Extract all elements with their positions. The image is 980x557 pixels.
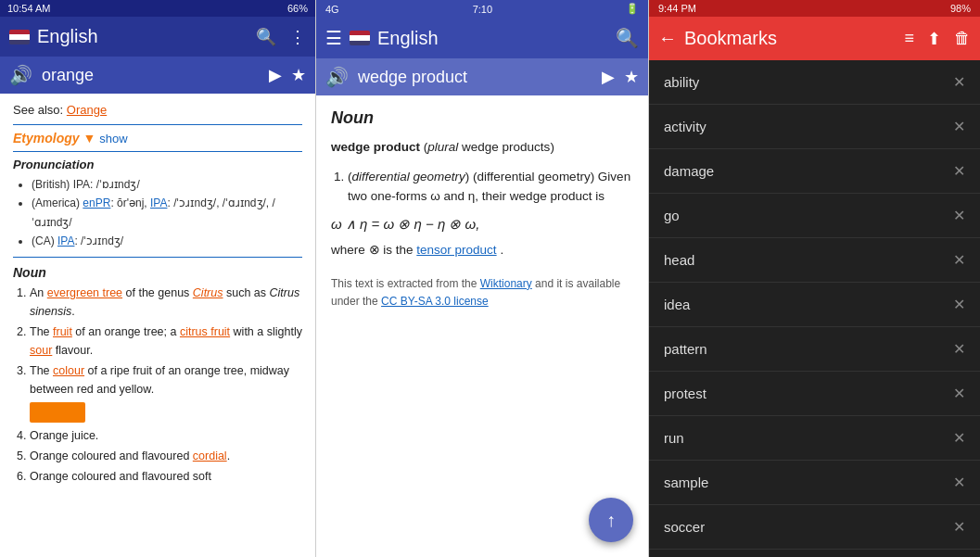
battery-panel1: 66% [287, 3, 308, 14]
header-icons-panel3: ≡ ⬆ 🗑 [904, 29, 971, 49]
see-also-link[interactable]: Orange [67, 103, 107, 117]
divider-1 [13, 124, 302, 125]
star-icon-panel2[interactable]: ★ [624, 67, 639, 87]
wiktionary-link[interactable]: Wiktionary [480, 277, 532, 290]
list-item[interactable]: go ✕ [649, 194, 980, 238]
share-fab[interactable]: ↑ [589, 498, 633, 542]
list-item[interactable]: ability ✕ [649, 60, 980, 105]
bookmark-word: head [664, 252, 694, 268]
link-colour[interactable]: colour [53, 364, 84, 377]
link-cordial[interactable]: cordial [193, 449, 227, 462]
tensor-product-link[interactable]: tensor product [416, 243, 496, 257]
formula-panel2: ω ∧ η = ω ⊗ η − η ⊗ ω, [331, 216, 633, 233]
close-icon[interactable]: ✕ [953, 207, 965, 224]
search-icon-panel2[interactable]: 🔍 [616, 27, 639, 49]
title-panel2: English [377, 28, 608, 49]
close-icon[interactable]: ✕ [953, 429, 965, 447]
etymology-arrow: ▼ [83, 131, 95, 146]
close-icon[interactable]: ✕ [953, 118, 965, 135]
def-plural-word: wedge products [462, 140, 550, 154]
list-item[interactable]: activity ✕ [649, 105, 980, 149]
list-item[interactable]: idea ✕ [649, 283, 980, 327]
wedge-def-list: (differential geometry) (differential ge… [331, 167, 633, 207]
noun-label-panel1: Noun [13, 265, 302, 280]
word-bar-panel2: 🔊 wedge product ▶ ★ [316, 58, 648, 95]
menu-icon-panel2[interactable]: ☰ [325, 27, 342, 49]
def-plural-label: plural [427, 140, 458, 154]
noun-item-1: An evergreen tree of the genus Citrus su… [30, 284, 302, 321]
sort-icon-panel3[interactable]: ≡ [904, 29, 914, 49]
list-item[interactable]: protest ✕ [649, 372, 980, 416]
close-icon[interactable]: ✕ [953, 518, 965, 536]
bookmark-word: idea [664, 297, 690, 312]
license-link[interactable]: CC BY-SA 3.0 license [381, 295, 489, 308]
definition-panel2: wedge product (plural wedge products) [331, 137, 633, 158]
see-also-label: See also: [13, 103, 63, 117]
delete-icon-panel3[interactable]: 🗑 [954, 29, 971, 49]
volume-icon-panel2[interactable]: 🔊 [325, 66, 349, 88]
content-panel1: See also: Orange Etymology ▼ show Pronun… [0, 94, 315, 557]
status-bar-panel2: 4G 7:10 🔋 [316, 0, 648, 18]
bookmark-word: protest [664, 386, 706, 401]
close-icon[interactable]: ✕ [953, 296, 965, 313]
link-citrus-fruit[interactable]: citrus fruit [180, 325, 230, 338]
more-icon-panel1[interactable]: ⋮ [289, 27, 306, 47]
bookmark-word: run [664, 430, 684, 446]
bookmark-word: activity [664, 119, 706, 134]
time-panel2: 7:10 [473, 4, 492, 15]
link-sour[interactable]: sour [30, 344, 52, 357]
time-panel1: 10:54 AM [7, 3, 50, 14]
link-citrus[interactable]: Citrus [193, 286, 223, 299]
list-item[interactable]: run ✕ [649, 416, 980, 461]
list-item[interactable]: sample ✕ [649, 461, 980, 505]
close-icon[interactable]: ✕ [953, 474, 965, 491]
list-item[interactable]: head ✕ [649, 238, 980, 283]
header-icons-panel1: 🔍 ⋮ [256, 27, 306, 47]
status-bar-panel3: 9:44 PM 98% [649, 0, 980, 17]
list-item[interactable]: damage ✕ [649, 149, 980, 194]
list-item[interactable]: soccer ✕ [649, 505, 980, 550]
divider-3 [13, 257, 302, 258]
back-icon-panel3[interactable]: ← [658, 28, 677, 49]
pron-text-3: (CA) IPA: /ˈɔɹɪndʒ/ [32, 234, 123, 247]
wedge-def-item: (differential geometry) (differential ge… [348, 167, 633, 207]
close-icon[interactable]: ✕ [953, 340, 965, 358]
etymology-show-btn[interactable]: show [99, 132, 127, 146]
close-icon[interactable]: ✕ [953, 251, 965, 269]
close-icon[interactable]: ✕ [953, 385, 965, 402]
pronunciation-list: (British) IPA: /ˈɒɹɪndʒ/ (America) enPR:… [13, 175, 302, 251]
word-panel2: wedge product [358, 68, 592, 87]
tensor-end: . [500, 243, 503, 257]
pron-text-1: (British) IPA: /ˈɒɹɪndʒ/ [32, 178, 140, 191]
pronunciation-label: Pronunciation [13, 158, 302, 171]
pron-item-1: (British) IPA: /ˈɒɹɪndʒ/ [32, 175, 302, 194]
diff-geom-label: differential geometry [352, 170, 465, 184]
bookmark-list: ability ✕ activity ✕ damage ✕ go ✕ head … [649, 60, 980, 557]
share-icon: ↑ [606, 510, 616, 531]
battery-panel2: 🔋 [626, 3, 639, 15]
content-panel2: Noun wedge product (plural wedge product… [316, 95, 648, 557]
volume-icon-panel1[interactable]: 🔊 [9, 64, 32, 86]
list-item[interactable]: pattern ✕ [649, 327, 980, 372]
close-icon[interactable]: ✕ [953, 162, 965, 180]
search-icon-panel1[interactable]: 🔍 [256, 27, 276, 47]
time-panel3: 9:44 PM [658, 3, 696, 14]
panel-bookmarks: 9:44 PM 98% ← Bookmarks ≡ ⬆ 🗑 ability ✕ … [649, 0, 980, 557]
noun-item-5: Orange coloured and flavoured cordial. [30, 447, 302, 465]
divider-2 [13, 151, 302, 152]
close-icon[interactable]: ✕ [953, 73, 965, 91]
star-icon-panel1[interactable]: ★ [291, 65, 306, 85]
noun-item-6: Orange coloured and flavoured soft [30, 467, 302, 486]
link-fruit[interactable]: fruit [53, 325, 72, 338]
word-panel1: orange [42, 66, 260, 85]
play-icon-panel1[interactable]: ▶ [269, 65, 282, 85]
see-also: See also: Orange [13, 103, 302, 117]
share-icon-panel3[interactable]: ⬆ [927, 29, 941, 49]
noun-head-panel2: Noun [331, 108, 633, 128]
noun-item-2: The fruit of an orange tree; a citrus fr… [30, 323, 302, 360]
link-evergreen-tree[interactable]: evergreen tree [47, 286, 122, 299]
flag-icon-panel2 [350, 31, 370, 45]
play-icon-panel2[interactable]: ▶ [602, 67, 615, 87]
battery-panel3: 98% [950, 3, 971, 14]
bookmark-word: pattern [664, 341, 707, 357]
